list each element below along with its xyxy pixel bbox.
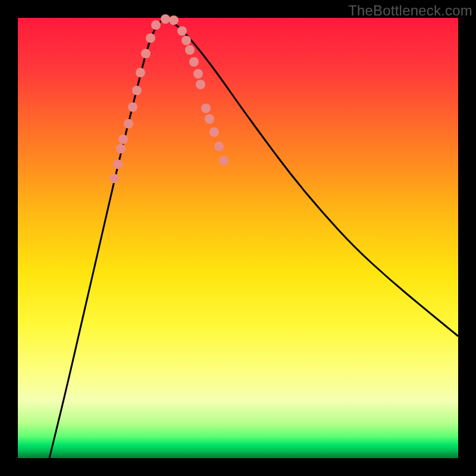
marker-dot — [169, 15, 178, 25]
marker-dot — [193, 69, 203, 79]
marker-dot — [209, 127, 219, 137]
marker-dot — [109, 174, 119, 183]
marker-dot — [205, 114, 214, 124]
marker-dot — [118, 134, 128, 144]
marker-dot — [161, 14, 170, 24]
marker-dot — [128, 102, 137, 112]
marker-dot — [177, 26, 187, 36]
chart-svg — [18, 18, 458, 458]
marker-dot — [141, 49, 151, 58]
marker-dot — [214, 142, 224, 151]
marker-dot — [196, 80, 205, 89]
marker-dot — [189, 57, 199, 67]
chart-stage: TheBottleneck.com — [0, 0, 476, 476]
marker-dot — [136, 68, 145, 77]
marker-dot — [181, 36, 191, 45]
marker-dot — [151, 20, 161, 30]
marker-dot — [185, 45, 195, 55]
marker-dot — [132, 86, 142, 95]
marker-dot — [124, 119, 133, 129]
marker-dot — [219, 156, 228, 165]
marker-dot — [116, 144, 126, 154]
marker-dot — [146, 33, 155, 43]
bottleneck-curve — [49, 20, 458, 458]
marker-dot — [201, 104, 211, 113]
highlight-markers — [109, 14, 228, 183]
marker-dot — [113, 159, 123, 169]
watermark-text: TheBottleneck.com — [348, 2, 472, 19]
chart-plot-area — [18, 18, 458, 458]
curve-path-group — [49, 20, 458, 458]
